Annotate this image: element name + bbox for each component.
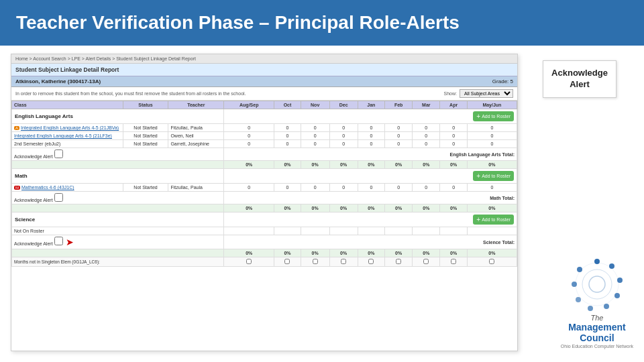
science-total-row: 0%0%0%0%0%0%0%0%0%	[12, 249, 517, 257]
math-total-row: 0%0%0%0%0%0%0%0%0%	[12, 204, 517, 213]
col-mar: Mar	[413, 101, 440, 109]
add-roster-science-button[interactable]: + Add to Roster	[473, 215, 514, 225]
logo-area: The Management Council Ohio Education Co…	[561, 257, 633, 351]
right-panel: AcknowledgeAlert The	[526, 54, 633, 351]
month-cb-6[interactable]	[396, 259, 401, 264]
add-roster-math-button[interactable]: + Add to Roster	[473, 171, 514, 181]
month-cb-5[interactable]	[368, 259, 374, 264]
report-title: Student Subject Linkage Detail Report	[11, 64, 517, 76]
col-aug: Aug/Sep	[224, 101, 274, 109]
svg-point-0	[594, 259, 600, 264]
col-teacher: Teacher	[168, 101, 224, 109]
ela-total-row: 0%0%0%0%0%0%0%0%0%	[12, 161, 517, 169]
student-header: Atkinson, Katherine (300417-13A) Grade: …	[11, 76, 517, 87]
col-status: Status	[123, 101, 168, 109]
month-cb-2[interactable]	[284, 259, 290, 264]
table-row: AIntegrated English Language Arts 4-5 (2…	[12, 124, 517, 132]
section-ela: English Language Arts + Add to Roster	[12, 109, 517, 124]
table-row: Not On Roster	[12, 227, 517, 235]
course-link[interactable]: Mathematics 4-6 (43J1C)	[21, 185, 74, 190]
page-title: Teacher Verification Phase – Principal R…	[16, 12, 460, 34]
acknowledge-ela-checkbox[interactable]	[54, 149, 63, 158]
section-math: Math + Add to Roster	[12, 169, 517, 184]
badge-m: M	[14, 186, 20, 190]
col-feb: Feb	[385, 101, 413, 109]
col-dec: Dec	[329, 101, 358, 109]
logo-the: The	[561, 314, 633, 322]
logo-council: Council	[561, 333, 633, 343]
month-cb-1[interactable]	[246, 259, 252, 264]
col-nov: Nov	[301, 101, 329, 109]
acknowledge-science-row: Acknowledge Alert ➤ Science Total:	[12, 235, 517, 249]
acknowledge-math-row: Acknowledge Alert Math Total:	[12, 192, 517, 204]
acknowledge-alert-button[interactable]: AcknowledgeAlert	[543, 60, 616, 98]
acknowledge-alert-label: AcknowledgeAlert	[551, 68, 608, 89]
table-row: 2nd Semester (ebJu2) Not Started Garrett…	[12, 140, 517, 148]
svg-point-5	[588, 306, 593, 311]
months-row: Months not in Singleton Elem (0G1JA_LC6)…	[12, 257, 517, 267]
month-cb-8[interactable]	[451, 259, 456, 264]
section-science: Science + Add to Roster	[12, 213, 517, 227]
show-control: Show: All Subject Areas	[444, 89, 513, 98]
breadcrumb: Home > Account Search > LPE > Alert Deta…	[11, 54, 517, 64]
table-row: Integrated English Language Arts 4-5 (21…	[12, 132, 517, 140]
instruction-row: In order to remove this student from the…	[11, 87, 517, 101]
show-select[interactable]: All Subject Areas	[460, 89, 513, 98]
svg-point-1	[609, 263, 614, 269]
acknowledge-math-checkbox[interactable]	[54, 193, 63, 202]
svg-point-9	[589, 276, 605, 292]
col-class: Class	[12, 101, 123, 109]
acknowledge-science-checkbox[interactable]	[54, 237, 63, 245]
col-jan: Jan	[358, 101, 384, 109]
logo-management: Management	[561, 322, 633, 333]
main-content: Home > Account Search > LPE > Alert Deta…	[0, 46, 644, 357]
student-name: Atkinson, Katherine (300417-13A)	[15, 78, 101, 84]
instruction-text: In order to remove this student from the…	[15, 91, 246, 96]
badge-a: A	[14, 126, 19, 130]
month-cb-9[interactable]	[489, 259, 494, 264]
report-table: Class Status Teacher Aug/Sep Oct Nov Dec…	[11, 101, 517, 267]
svg-point-10	[582, 269, 612, 299]
col-oct: Oct	[274, 101, 301, 109]
logo-graphic	[570, 257, 624, 311]
svg-point-7	[572, 282, 577, 287]
course-link[interactable]: Integrated English Language Arts 4-5 (21…	[14, 133, 112, 138]
month-cb-3[interactable]	[313, 259, 318, 264]
report-panel: Home > Account Search > LPE > Alert Deta…	[11, 54, 518, 351]
add-roster-ela-button[interactable]: + Add to Roster	[473, 111, 514, 121]
logo-subtitle: Ohio Education Computer Network	[561, 344, 633, 349]
logo-text: The Management Council Ohio Education Co…	[561, 314, 633, 349]
month-cb-4[interactable]	[341, 259, 346, 264]
acknowledge-ela-row: Acknowledge Alert English Language Arts …	[12, 148, 517, 161]
month-cb-7[interactable]	[423, 259, 429, 264]
table-row: MMathematics 4-6 (43J1C) Not Started Fit…	[12, 184, 517, 192]
col-apr: Apr	[440, 101, 467, 109]
page-header: Teacher Verification Phase – Principal R…	[0, 0, 644, 46]
grade-info: Grade: 5	[492, 78, 513, 84]
col-mayjun: May/Jun	[467, 101, 517, 109]
svg-point-6	[576, 297, 581, 302]
course-link[interactable]: Integrated English Language Arts 4-5 (21…	[21, 125, 119, 130]
